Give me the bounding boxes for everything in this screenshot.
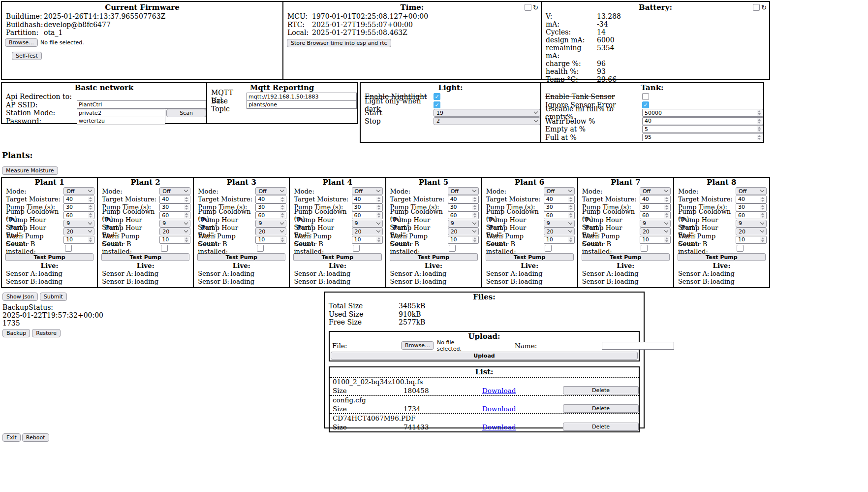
warn-pump-count-input[interactable]: 10 xyxy=(736,236,767,244)
pump-hour-end-select[interactable]: 20 xyxy=(352,228,383,235)
pump-hour-end-select[interactable]: 20 xyxy=(640,228,671,235)
pump-cooldown-input[interactable]: 60 xyxy=(352,211,383,219)
warn-pump-count-input[interactable]: 10 xyxy=(544,236,575,244)
upload-button[interactable]: Upload xyxy=(331,352,638,360)
number-spinner[interactable] xyxy=(664,237,669,243)
measure-moisture-button[interactable]: Measure Moisture xyxy=(2,166,58,175)
number-spinner[interactable] xyxy=(664,197,669,202)
number-spinner[interactable] xyxy=(280,212,285,218)
number-spinner[interactable] xyxy=(664,212,669,218)
sensor-b-checkbox[interactable] xyxy=(641,245,648,252)
sensor-b-checkbox[interactable] xyxy=(65,245,72,252)
number-spinner[interactable] xyxy=(760,212,765,218)
warn-below-input[interactable]: 40 xyxy=(642,117,763,125)
number-spinner[interactable] xyxy=(88,204,93,210)
pump-time-input[interactable]: 30 xyxy=(736,203,767,211)
warn-pump-count-input[interactable]: 10 xyxy=(255,236,286,244)
sensor-b-checkbox[interactable] xyxy=(257,245,264,252)
number-spinner[interactable] xyxy=(472,237,477,243)
light-start-select[interactable]: 19 xyxy=(434,109,540,117)
target-moisture-input[interactable]: 40 xyxy=(63,196,94,203)
enable-nightlight-checkbox[interactable]: ✓ xyxy=(434,93,440,100)
number-spinner[interactable] xyxy=(568,212,573,218)
target-moisture-input[interactable]: 40 xyxy=(448,196,479,203)
number-spinner[interactable] xyxy=(88,237,93,243)
sensor-b-checkbox[interactable] xyxy=(353,245,360,252)
warn-pump-count-input[interactable]: 10 xyxy=(640,236,671,244)
number-spinner[interactable] xyxy=(472,204,477,210)
pump-time-input[interactable]: 30 xyxy=(352,203,383,211)
mode-select[interactable]: Off xyxy=(255,187,286,195)
pump-hour-end-select[interactable]: 20 xyxy=(63,228,94,235)
mqtt-url-input[interactable] xyxy=(247,93,357,101)
number-spinner[interactable] xyxy=(376,237,381,243)
pump-hour-start-select[interactable]: 9 xyxy=(352,220,383,228)
show-json-button[interactable]: Show Json xyxy=(2,293,38,301)
pump-time-input[interactable]: 30 xyxy=(63,203,94,211)
upload-browse-button[interactable]: Browse… xyxy=(401,341,434,350)
target-moisture-input[interactable]: 40 xyxy=(544,196,575,203)
number-spinner[interactable] xyxy=(757,126,762,132)
number-spinner[interactable] xyxy=(280,204,285,210)
number-spinner[interactable] xyxy=(376,212,381,218)
number-spinner[interactable] xyxy=(472,197,477,202)
full-at-input[interactable]: 95 xyxy=(642,133,763,141)
sensor-b-checkbox[interactable] xyxy=(545,245,552,252)
pump-cooldown-input[interactable]: 60 xyxy=(448,211,479,219)
target-moisture-input[interactable]: 40 xyxy=(640,196,671,203)
mode-select[interactable]: Off xyxy=(159,187,190,195)
enable-tank-sensor-checkbox[interactable] xyxy=(642,93,649,100)
backup-button[interactable]: Backup xyxy=(2,329,30,337)
number-spinner[interactable] xyxy=(376,204,381,210)
ignore-sensor-error-checkbox[interactable]: ✓ xyxy=(642,101,649,108)
mode-select[interactable]: Off xyxy=(352,187,383,195)
sensor-b-checkbox[interactable] xyxy=(737,245,744,252)
number-spinner[interactable] xyxy=(88,197,93,202)
submit-button[interactable]: Submit xyxy=(40,293,67,301)
pump-hour-end-select[interactable]: 20 xyxy=(448,228,479,235)
download-link[interactable]: Download xyxy=(482,387,561,394)
light-only-dark-checkbox[interactable]: ✓ xyxy=(434,101,440,108)
pump-hour-end-select[interactable]: 20 xyxy=(255,228,286,235)
pump-hour-start-select[interactable]: 9 xyxy=(736,220,767,228)
pump-hour-start-select[interactable]: 9 xyxy=(448,220,479,228)
number-spinner[interactable] xyxy=(760,197,765,202)
number-spinner[interactable] xyxy=(376,197,381,202)
number-spinner[interactable] xyxy=(760,204,765,210)
pump-hour-end-select[interactable]: 20 xyxy=(736,228,767,235)
pump-cooldown-input[interactable]: 60 xyxy=(255,211,286,219)
number-spinner[interactable] xyxy=(184,197,189,202)
mode-select[interactable]: Off xyxy=(640,187,671,195)
warn-pump-count-input[interactable]: 10 xyxy=(352,236,383,244)
download-link[interactable]: Download xyxy=(482,423,561,431)
mode-select[interactable]: Off xyxy=(736,187,767,195)
download-link[interactable]: Download xyxy=(482,405,561,413)
sensor-b-checkbox[interactable] xyxy=(449,245,456,252)
delete-button[interactable]: Delete xyxy=(563,386,639,394)
number-spinner[interactable] xyxy=(280,197,285,202)
number-spinner[interactable] xyxy=(757,134,762,140)
pump-time-input[interactable]: 30 xyxy=(448,203,479,211)
number-spinner[interactable] xyxy=(568,204,573,210)
number-spinner[interactable] xyxy=(760,237,765,243)
pump-time-input[interactable]: 30 xyxy=(255,203,286,211)
pump-hour-start-select[interactable]: 9 xyxy=(63,220,94,228)
ap-ssid-input[interactable] xyxy=(77,100,206,109)
pump-time-input[interactable]: 30 xyxy=(159,203,190,211)
target-moisture-input[interactable]: 40 xyxy=(159,196,190,203)
restore-button[interactable]: Restore xyxy=(32,329,61,337)
pump-cooldown-input[interactable]: 60 xyxy=(640,211,671,219)
refresh-icon[interactable]: ↻ xyxy=(761,4,767,11)
pump-hour-start-select[interactable]: 9 xyxy=(544,220,575,228)
warn-pump-count-input[interactable]: 10 xyxy=(159,236,190,244)
pump-hour-start-select[interactable]: 9 xyxy=(640,220,671,228)
number-spinner[interactable] xyxy=(472,212,477,218)
reboot-button[interactable]: Reboot xyxy=(22,433,49,442)
refresh-icon[interactable]: ↻ xyxy=(533,4,538,11)
scan-button[interactable]: Scan xyxy=(166,109,206,117)
station-mode-input[interactable] xyxy=(77,109,165,117)
number-spinner[interactable] xyxy=(88,212,93,218)
delete-button[interactable]: Delete xyxy=(563,423,639,431)
warn-pump-count-input[interactable]: 10 xyxy=(448,236,479,244)
number-spinner[interactable] xyxy=(184,237,189,243)
